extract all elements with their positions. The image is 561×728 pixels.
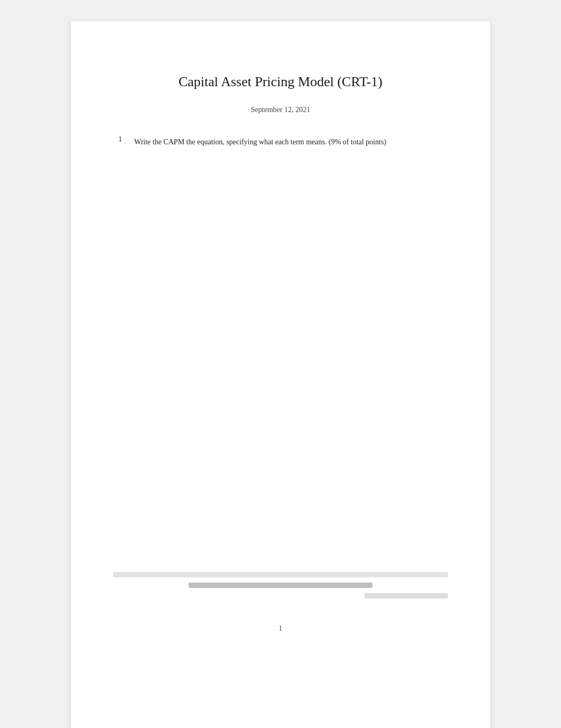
document-date: September 12, 2021	[118, 106, 443, 114]
page-number: 1	[71, 624, 490, 633]
question-1-number: 1	[118, 135, 134, 144]
redacted-line-3	[364, 593, 448, 598]
redacted-line-2	[189, 583, 373, 588]
redacted-content-area	[113, 569, 448, 601]
document-title: Capital Asset Pricing Model (CRT-1)	[118, 74, 443, 90]
document-page: Capital Asset Pricing Model (CRT-1) Sept…	[71, 21, 490, 728]
redacted-line-1	[113, 572, 448, 577]
question-1-block: 1 Write the CAPM the equation, specifyin…	[118, 135, 443, 149]
question-1-text: Write the CAPM the equation, specifying …	[134, 135, 386, 149]
